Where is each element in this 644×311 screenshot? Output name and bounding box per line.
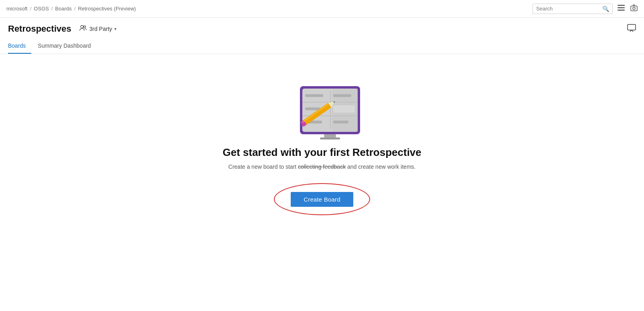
svg-rect-3 xyxy=(631,6,637,11)
svg-rect-16 xyxy=(305,94,323,97)
list-icon[interactable] xyxy=(618,5,625,12)
page-header-left: Retrospectives 3rd Party ▾ xyxy=(8,23,119,34)
subtitle-before: Create a new board to start xyxy=(229,164,298,170)
team-name: 3rd Party xyxy=(89,26,112,32)
svg-rect-0 xyxy=(618,5,625,6)
subtitle-strikethrough: collecting feedback xyxy=(298,164,346,170)
svg-point-4 xyxy=(633,7,635,10)
svg-rect-7 xyxy=(628,24,636,30)
tab-summary-dashboard[interactable]: Summary Dashboard xyxy=(38,39,96,54)
breadcrumb-sep-2: / xyxy=(51,6,53,12)
search-box: 🔍 xyxy=(533,4,613,14)
breadcrumb-microsoft[interactable]: microsoft xyxy=(6,6,28,12)
illustration xyxy=(280,78,364,146)
svg-rect-2 xyxy=(618,10,625,11)
breadcrumb-sep-1: / xyxy=(30,6,32,12)
tab-boards[interactable]: Boards xyxy=(8,39,31,54)
breadcrumb-retro[interactable]: Retrospectives (Preview) xyxy=(78,6,136,12)
main-content: Get started with your first Retrospectiv… xyxy=(0,54,644,217)
svg-rect-17 xyxy=(333,94,351,97)
empty-state-subtitle: Create a new board to start collecting f… xyxy=(229,164,416,170)
breadcrumb-sep-3: / xyxy=(74,6,76,12)
team-selector[interactable]: 3rd Party ▾ xyxy=(77,23,119,34)
svg-rect-12 xyxy=(320,137,340,139)
empty-state-title: Get started with your first Retrospectiv… xyxy=(223,146,421,159)
top-bar-icons xyxy=(618,4,638,13)
tabs: Boards Summary Dashboard xyxy=(0,36,644,54)
breadcrumb-osgs[interactable]: OSGS xyxy=(34,6,49,12)
breadcrumb-boards[interactable]: Boards xyxy=(55,6,72,12)
chevron-down-icon: ▾ xyxy=(114,26,117,32)
svg-rect-21 xyxy=(333,121,348,123)
page-title: Retrospectives xyxy=(8,24,71,34)
feedback-icon[interactable] xyxy=(627,24,636,34)
breadcrumb: microsoft / OSGS / Boards / Retrospectiv… xyxy=(6,6,136,12)
svg-point-5 xyxy=(81,25,83,28)
svg-point-6 xyxy=(83,26,85,28)
page-header: Retrospectives 3rd Party ▾ xyxy=(0,18,644,34)
search-icon: 🔍 xyxy=(602,6,609,12)
svg-rect-11 xyxy=(324,134,336,137)
svg-rect-19 xyxy=(333,105,355,113)
team-icon xyxy=(79,25,87,33)
top-bar: microsoft / OSGS / Boards / Retrospectiv… xyxy=(0,0,644,18)
top-bar-right: 🔍 xyxy=(533,4,638,14)
create-board-wrap: Create Board xyxy=(270,181,374,217)
camera-icon[interactable] xyxy=(630,4,638,13)
svg-rect-1 xyxy=(618,7,625,8)
search-input[interactable] xyxy=(536,6,600,12)
subtitle-after: and create new work items. xyxy=(346,164,415,170)
create-board-button[interactable]: Create Board xyxy=(291,192,353,207)
